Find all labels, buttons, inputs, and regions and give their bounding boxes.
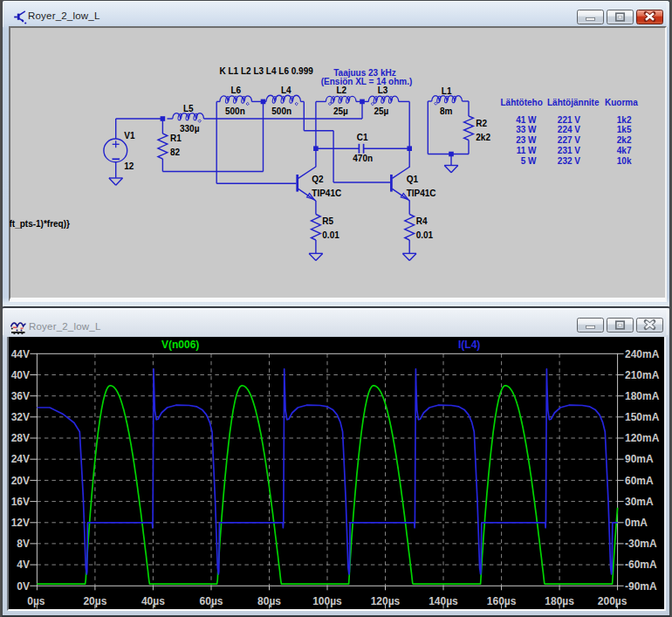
svg-text:L5: L5 <box>183 104 194 113</box>
svg-text:C1: C1 <box>356 133 367 142</box>
svg-text:16V: 16V <box>11 496 30 508</box>
svg-text:40µs: 40µs <box>141 595 165 607</box>
svg-text:0.01: 0.01 <box>322 230 339 240</box>
svg-text:232 V: 232 V <box>557 156 579 166</box>
svg-text:330µ: 330µ <box>180 124 200 134</box>
svg-text:160µs: 160µs <box>487 595 517 607</box>
svg-text:25µ: 25µ <box>333 106 348 116</box>
svg-text:40V: 40V <box>11 369 30 381</box>
svg-text:100µs: 100µs <box>312 595 342 607</box>
svg-text:Lähtöteho: Lähtöteho <box>500 98 542 107</box>
svg-text:231 V: 231 V <box>557 146 579 155</box>
svg-text:5 W: 5 W <box>520 156 536 166</box>
svg-text:180mA: 180mA <box>625 390 660 402</box>
svg-text:Kuorma: Kuorma <box>605 98 638 107</box>
svg-text:TIP41C: TIP41C <box>312 189 341 198</box>
svg-text:4V: 4V <box>17 559 30 571</box>
svg-text:R2: R2 <box>476 119 487 128</box>
svg-text:1k2: 1k2 <box>616 115 631 125</box>
svg-text:60µs: 60µs <box>200 595 223 607</box>
svg-text:8V: 8V <box>17 538 30 550</box>
svg-text:20V: 20V <box>11 475 30 487</box>
svg-text:V(n006): V(n006) <box>161 339 199 351</box>
svg-text:470n: 470n <box>353 154 373 163</box>
svg-text:82: 82 <box>170 147 181 157</box>
svg-text:ft_pts-1)*freq)}: ft_pts-1)*freq)} <box>10 219 70 229</box>
svg-text:-30mA: -30mA <box>625 538 657 550</box>
svg-text:L2: L2 <box>336 86 346 95</box>
svg-text:-90mA: -90mA <box>625 580 657 593</box>
svg-text:(Ensiön XL = 14 ohm.): (Ensiön XL = 14 ohm.) <box>320 77 412 86</box>
svg-text:150mA: 150mA <box>625 411 660 423</box>
svg-text:Q2: Q2 <box>312 175 324 184</box>
svg-text:36V: 36V <box>11 390 30 402</box>
svg-text:20µs: 20µs <box>83 595 106 607</box>
svg-text:2k2: 2k2 <box>476 133 490 142</box>
svg-text:L1: L1 <box>441 86 451 96</box>
svg-text:200µs: 200µs <box>598 595 627 607</box>
svg-text:-60mA: -60mA <box>625 559 657 571</box>
svg-text:0µs: 0µs <box>27 595 45 607</box>
svg-text:500n: 500n <box>271 106 291 116</box>
svg-text:44V: 44V <box>11 348 30 360</box>
svg-text:L4: L4 <box>281 86 291 95</box>
svg-text:R5: R5 <box>322 216 333 226</box>
svg-text:41 W: 41 W <box>516 115 537 125</box>
svg-text:227 V: 227 V <box>557 135 579 145</box>
svg-text:TIP41C: TIP41C <box>406 189 435 198</box>
svg-text:25µ: 25µ <box>374 106 388 116</box>
svg-text:Q1: Q1 <box>406 175 418 184</box>
svg-text:2k2: 2k2 <box>616 135 631 145</box>
svg-text:V1: V1 <box>124 131 135 141</box>
svg-text:12: 12 <box>124 161 134 171</box>
svg-text:R1: R1 <box>170 134 182 143</box>
svg-text:I(L4): I(L4) <box>458 339 480 351</box>
svg-text:0mA: 0mA <box>625 517 648 529</box>
svg-text:180µs: 180µs <box>545 595 574 607</box>
svg-text:12V: 12V <box>11 517 30 529</box>
svg-text:L6: L6 <box>230 86 241 95</box>
svg-text:32V: 32V <box>11 411 30 423</box>
svg-text:140µs: 140µs <box>429 595 458 607</box>
svg-text:224 V: 224 V <box>557 125 579 134</box>
svg-text:120mA: 120mA <box>625 432 660 444</box>
svg-text:10k: 10k <box>616 156 631 166</box>
svg-text:120µs: 120µs <box>371 595 401 607</box>
svg-text:60mA: 60mA <box>625 475 654 487</box>
svg-text:90mA: 90mA <box>625 453 654 465</box>
svg-text:210mA: 210mA <box>625 369 660 381</box>
svg-text:24V: 24V <box>11 453 30 465</box>
svg-text:500n: 500n <box>225 106 245 116</box>
svg-text:80µs: 80µs <box>257 595 281 607</box>
svg-text:23 W: 23 W <box>516 135 537 145</box>
svg-text:Lähtöjännite: Lähtöjännite <box>547 98 600 107</box>
svg-text:1k5: 1k5 <box>616 125 631 134</box>
svg-text:0.01: 0.01 <box>415 230 433 240</box>
svg-text:0V: 0V <box>17 580 30 593</box>
svg-text:30mA: 30mA <box>625 496 654 508</box>
svg-text:4k7: 4k7 <box>616 146 631 155</box>
svg-text:8m: 8m <box>440 106 453 116</box>
svg-text:K L1 L2 L3 L4 L6 0.999: K L1 L2 L3 L4 L6 0.999 <box>219 66 313 76</box>
svg-text:11 W: 11 W <box>516 146 536 155</box>
svg-text:33 W: 33 W <box>516 125 537 134</box>
svg-text:L3: L3 <box>377 86 387 95</box>
svg-text:R4: R4 <box>415 216 427 226</box>
svg-text:28V: 28V <box>11 432 30 444</box>
svg-text:240mA: 240mA <box>625 348 660 360</box>
svg-text:221 V: 221 V <box>557 115 579 125</box>
